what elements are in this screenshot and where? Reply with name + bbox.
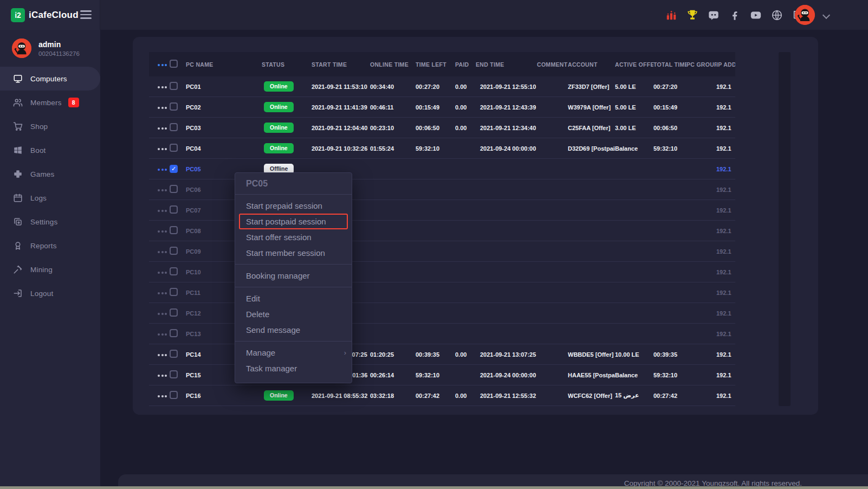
menu-item-delete[interactable]: Delete — [235, 306, 352, 322]
row-actions-button[interactable] — [157, 249, 168, 255]
discord-icon[interactable] — [708, 9, 720, 21]
chevron-down-icon[interactable] — [822, 11, 830, 19]
row-checkbox[interactable] — [170, 205, 178, 214]
sidebar-item-boot[interactable]: Boot — [0, 138, 100, 162]
menu-item-manage[interactable]: Manage› — [235, 345, 352, 361]
menu-item-start-offer-session[interactable]: Start offer session — [235, 229, 352, 245]
row-checkbox[interactable] — [170, 165, 178, 173]
active-offer: Balance — [615, 145, 653, 152]
ip-address: 192.1 — [716, 351, 735, 358]
sidebar-item-shop[interactable]: Shop — [0, 114, 100, 138]
sidebar-item-logs[interactable]: Logs — [0, 186, 100, 210]
table-scrollbar[interactable] — [779, 52, 791, 406]
leaderboard-icon[interactable] — [665, 9, 677, 21]
account: C25FAA [Offer] — [568, 125, 615, 131]
header-actions-button[interactable] — [157, 62, 168, 68]
row-actions-button[interactable] — [157, 331, 168, 338]
row-checkbox[interactable] — [170, 329, 178, 337]
sidebar-item-computers[interactable]: Computers — [0, 67, 100, 91]
row-actions-button[interactable] — [157, 228, 168, 235]
online-time: 03:32:18 — [370, 393, 416, 399]
row-actions-button[interactable] — [157, 352, 168, 358]
row-checkbox[interactable] — [170, 247, 178, 255]
context-menu-group: EditDeleteSend message — [235, 287, 352, 341]
total-time: 00:27:20 — [653, 83, 686, 90]
column-header: PC GROUP — [686, 61, 716, 68]
members-badge: 8 — [68, 98, 79, 107]
sidebar-avatar — [12, 38, 31, 58]
menu-item-start-member-session[interactable]: Start member session — [235, 245, 352, 261]
sidebar-item-mining[interactable]: Mining — [0, 258, 100, 281]
column-header: PC NAME — [186, 61, 262, 68]
active-offer: 10.00 LE — [615, 351, 653, 358]
menu-item-send-message[interactable]: Send message — [235, 322, 352, 338]
status-cell: Online — [262, 143, 307, 153]
sidebar-item-settings[interactable]: Settings — [0, 210, 100, 234]
row-checkbox[interactable] — [170, 185, 178, 193]
start-time: 2021-09-21 08:55:32 — [307, 393, 370, 399]
pc-name: PC05 — [186, 166, 262, 172]
total-time: 59:32:10 — [653, 372, 686, 378]
start-time: 2021-09-21 10:32:26 — [307, 145, 370, 152]
context-menu-group: Manage›Task manager — [235, 341, 352, 379]
reports-icon — [13, 241, 23, 250]
row-actions-button[interactable] — [157, 84, 168, 91]
boot-icon — [13, 145, 23, 155]
sidebar-user-card[interactable]: admin 002041136276 — [0, 30, 100, 67]
time-left: 59:32:10 — [416, 145, 455, 152]
row-checkbox[interactable] — [170, 144, 178, 152]
sidebar-item-games[interactable]: Games — [0, 162, 100, 186]
trophy-icon[interactable] — [686, 9, 698, 21]
sidebar-item-members[interactable]: Members 8 — [0, 91, 100, 114]
sidebar-item-logout[interactable]: Logout — [0, 281, 100, 305]
ip-address: 192.1 — [716, 289, 735, 296]
user-avatar[interactable] — [795, 5, 815, 25]
row-actions-button[interactable] — [157, 269, 168, 276]
globe-icon[interactable] — [771, 9, 783, 21]
select-all-checkbox[interactable] — [170, 60, 178, 68]
account: D32D69 [Postpaid] — [568, 145, 615, 152]
menu-item-start-postpaid-session[interactable]: Start postpaid session — [239, 214, 348, 229]
row-actions-button[interactable] — [157, 105, 168, 111]
row-actions-button[interactable] — [157, 125, 168, 132]
row-actions-button[interactable] — [157, 166, 168, 173]
table-row: PC02 Online 2021-09-21 11:41:39 00:46:11… — [149, 97, 735, 118]
row-checkbox[interactable] — [170, 391, 178, 399]
row-checkbox[interactable] — [170, 288, 178, 296]
row-checkbox[interactable] — [170, 308, 178, 317]
row-actions-button[interactable] — [157, 311, 168, 317]
ip-address: 192.1 — [716, 145, 735, 152]
sidebar-toggle-button[interactable] — [80, 10, 92, 21]
row-checkbox[interactable] — [170, 82, 178, 90]
paid: 0.00 — [455, 125, 476, 131]
row-checkbox[interactable] — [170, 350, 178, 358]
ip-address: 192.1 — [716, 207, 735, 214]
status-badge: Online — [264, 143, 294, 153]
menu-item-start-prepaid-session[interactable]: Start prepaid session — [235, 198, 352, 214]
row-actions-button[interactable] — [157, 208, 168, 214]
facebook-icon[interactable] — [729, 9, 741, 21]
ip-address: 192.1 — [716, 104, 735, 111]
row-actions-button[interactable] — [157, 146, 168, 152]
row-checkbox[interactable] — [170, 123, 178, 131]
topbar-icons — [665, 0, 804, 30]
row-actions-button[interactable] — [157, 372, 168, 379]
youtube-icon[interactable] — [750, 9, 762, 21]
row-actions-button[interactable] — [157, 187, 168, 194]
menu-item-task-manager[interactable]: Task manager — [235, 361, 352, 376]
bottom-edge-strip — [0, 486, 868, 489]
row-actions-button[interactable] — [157, 393, 168, 400]
row-checkbox[interactable] — [170, 226, 178, 234]
row-checkbox[interactable] — [170, 102, 178, 111]
sidebar-item-reports[interactable]: Reports — [0, 234, 100, 258]
row-actions-button[interactable] — [157, 290, 168, 297]
row-checkbox[interactable] — [170, 267, 178, 275]
start-time: 2021-09-21 11:53:10 — [307, 83, 370, 90]
ip-address: 192.1 — [716, 269, 735, 275]
menu-item-booking-manager[interactable]: Booking manager — [235, 268, 352, 284]
status-cell: Online — [262, 81, 307, 92]
column-header: ONLINE TIME — [370, 61, 416, 68]
row-checkbox[interactable] — [170, 370, 178, 378]
total-time: 59:32:10 — [653, 145, 686, 152]
menu-item-edit[interactable]: Edit — [235, 291, 352, 306]
